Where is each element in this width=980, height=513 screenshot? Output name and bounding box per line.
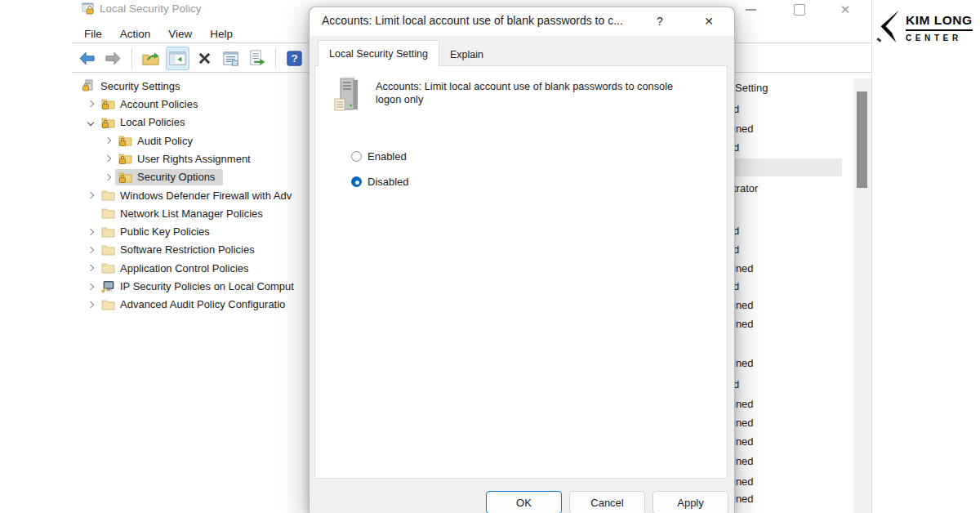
tree-item-content[interactable]: Audit Policy — [115, 132, 201, 149]
tree-expander-icon[interactable] — [100, 156, 115, 161]
tree-item-content[interactable]: Security Options — [115, 169, 223, 185]
setting-value-fragment: ined — [733, 262, 754, 274]
window-right-border — [871, 0, 872, 513]
dialog-close-icon[interactable]: ✕ — [695, 11, 723, 32]
delete-icon[interactable] — [194, 47, 216, 69]
tree-item-audit-policy[interactable]: Audit Policy — [72, 132, 314, 149]
tree-item-network-list-manager-policies[interactable]: Network List Manager Policies — [72, 204, 314, 222]
tree-item-content[interactable]: Account Policies — [98, 96, 206, 112]
tree-item-public-key-policies[interactable]: Public Key Policies — [72, 223, 314, 241]
menu-bar: FileActionViewHelp — [82, 25, 234, 42]
tree-expander-icon[interactable] — [83, 193, 98, 198]
toolbar-separator — [275, 48, 276, 69]
tree-expander-icon[interactable] — [83, 265, 98, 270]
properties-icon[interactable] — [220, 47, 242, 69]
setting-value-fragment: ined — [733, 475, 754, 488]
tree-expander-icon[interactable] — [83, 230, 98, 234]
cancel-button[interactable]: Cancel — [569, 491, 645, 513]
tree-item-content[interactable]: Public Key Policies — [98, 224, 218, 240]
chevron-logo-icon — [874, 8, 902, 47]
tree-item-content[interactable]: IP Security Policies on Local Comput — [98, 279, 302, 295]
radio-disabled[interactable]: Disabled — [351, 176, 409, 188]
minimize-button[interactable] — [740, 0, 761, 20]
setting-value-fragment: ined — [733, 398, 754, 410]
tree-item-advanced-audit-policy-configuratio[interactable]: Advanced Audit Policy Configuratio — [72, 296, 314, 314]
tree-item-content[interactable]: Application Control Policies — [98, 260, 257, 276]
dialog-help-button[interactable]: ? — [648, 11, 671, 32]
minimize-icon — [746, 9, 756, 11]
menu-file[interactable]: File — [82, 28, 104, 40]
dialog-titlebar: Accounts: Limit local account use of bla… — [310, 7, 734, 36]
tree-item-ip-security-policies-on-local-comput[interactable]: IP Security Policies on Local Comput — [72, 277, 314, 295]
tree-expander-icon[interactable] — [83, 248, 98, 252]
tree-item-content[interactable]: Advanced Audit Policy Configuratio — [98, 297, 293, 313]
scrollbar-track[interactable] — [853, 78, 871, 513]
tab-page: Accounts: Limit local account use of bla… — [314, 65, 728, 479]
tree-item-label: Network List Manager Policies — [120, 207, 263, 220]
setting-value-fragment: ined — [733, 435, 754, 448]
toolbar-separator — [131, 48, 132, 69]
folder-icon — [101, 207, 115, 220]
forward-icon[interactable] — [102, 47, 124, 69]
tree-expander-icon[interactable] — [100, 138, 115, 143]
folder-lock-icon — [118, 134, 132, 147]
close-button[interactable]: ✕ — [835, 0, 856, 20]
tree-pane: Security SettingsAccount PoliciesLocal P… — [72, 77, 314, 314]
radio-label: Disabled — [368, 176, 409, 188]
tree-item-content[interactable]: Network List Manager Policies — [98, 205, 271, 221]
folder-icon — [101, 261, 115, 274]
export-list-icon[interactable] — [246, 47, 268, 69]
help-icon[interactable]: ? — [283, 47, 305, 69]
column-header-setting[interactable]: Setting — [735, 82, 768, 94]
tree-item-security-options[interactable]: Security Options — [72, 168, 314, 186]
tree-item-content[interactable]: Security Settings — [78, 78, 189, 94]
tree-item-label: Public Key Policies — [120, 225, 210, 238]
back-icon[interactable] — [76, 47, 98, 69]
tab-explain[interactable]: Explain — [439, 43, 494, 65]
radio-enabled-icon[interactable] — [351, 151, 362, 162]
window-title: Local Security Policy — [100, 2, 202, 15]
menu-view[interactable]: View — [167, 28, 194, 40]
tree-item-content[interactable]: User Rights Assignment — [115, 150, 259, 167]
scrollbar-thumb[interactable] — [857, 91, 867, 188]
apply-button[interactable]: Apply — [653, 491, 728, 513]
folder-lock-icon — [101, 116, 115, 129]
tree-item-security-settings[interactable]: Security Settings — [72, 77, 314, 95]
radio-disabled-icon[interactable] — [351, 176, 362, 187]
tree-item-account-policies[interactable]: Account Policies — [72, 95, 314, 113]
menu-help[interactable]: Help — [208, 28, 234, 40]
maximize-icon — [794, 4, 805, 16]
tree-item-windows-defender-firewall-with-adv[interactable]: Windows Defender Firewall with Adv — [72, 186, 314, 204]
tree-expander-icon[interactable] — [100, 175, 115, 180]
radio-label: Enabled — [368, 150, 407, 163]
tree-expander-icon[interactable] — [83, 120, 98, 125]
tree-expander-icon[interactable] — [83, 302, 98, 307]
folder-icon — [101, 298, 115, 311]
app-icon — [82, 2, 95, 15]
ok-button[interactable]: OK — [486, 491, 562, 513]
tree-item-label: Security Options — [137, 171, 215, 183]
tree-item-content[interactable]: Windows Defender Firewall with Adv — [98, 187, 300, 203]
tree-item-local-policies[interactable]: Local Policies — [72, 114, 314, 132]
tab-local-security-setting[interactable]: Local Security Setting — [318, 40, 439, 66]
folder-icon — [101, 225, 115, 239]
tree-item-user-rights-assignment[interactable]: User Rights Assignment — [72, 149, 314, 167]
setting-value-fragment: ined — [733, 357, 754, 369]
tree-item-software-restriction-policies[interactable]: Software Restriction Policies — [72, 241, 314, 259]
console-tree-icon[interactable] — [166, 47, 189, 70]
maximize-button[interactable] — [789, 0, 810, 20]
export-folder-icon[interactable] — [140, 47, 162, 69]
tree-item-content[interactable]: Local Policies — [98, 114, 194, 131]
tree-item-application-control-policies[interactable]: Application Control Policies — [72, 259, 314, 277]
tree-item-label: Account Policies — [120, 98, 198, 110]
radio-enabled[interactable]: Enabled — [351, 150, 407, 163]
tree-expander-icon[interactable] — [83, 101, 98, 106]
watermark-line1: KIM LONG — [906, 13, 973, 31]
tree-item-content[interactable]: Software Restriction Policies — [98, 242, 263, 258]
screenshot-root: Local Security Policy ✕ FileActionViewHe… — [0, 0, 980, 513]
tree-expander-icon[interactable] — [83, 284, 98, 289]
tree-item-label: Local Policies — [120, 116, 185, 128]
folder-icon — [101, 189, 115, 202]
menu-action[interactable]: Action — [118, 28, 153, 40]
selected-policy-row[interactable] — [733, 158, 842, 176]
